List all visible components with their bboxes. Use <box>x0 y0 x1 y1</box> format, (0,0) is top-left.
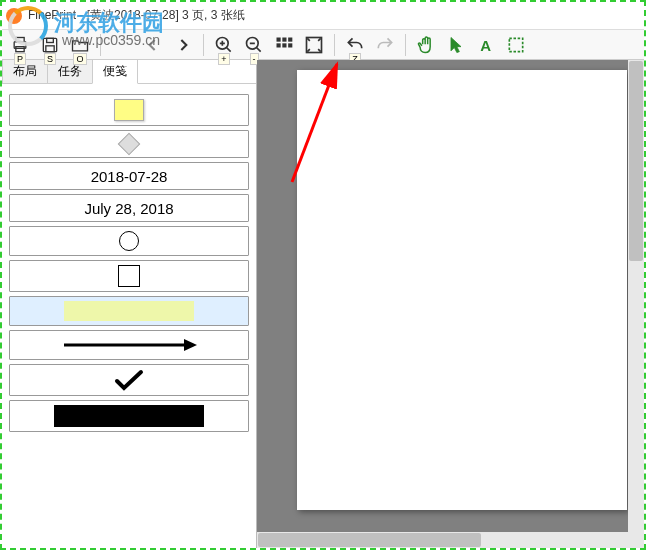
stamp-date-iso[interactable]: 2018-07-28 <box>9 162 249 190</box>
diamond-icon <box>118 133 141 156</box>
print-button[interactable]: P <box>6 32 34 58</box>
svg-marker-18 <box>184 339 197 351</box>
preview-area[interactable] <box>257 60 644 548</box>
svg-rect-4 <box>47 38 54 42</box>
tab-stamps[interactable]: 便笺 <box>92 59 138 84</box>
svg-rect-10 <box>288 37 292 41</box>
text-tool-button[interactable]: A <box>472 32 500 58</box>
stamp-date-long-text: July 28, 2018 <box>84 200 173 217</box>
sidebar-panel: 布局 任务 便笺 2018-07-28 July 28, 2018 <box>2 60 257 548</box>
undo-button[interactable]: Z <box>341 32 369 58</box>
stamp-square[interactable] <box>9 260 249 292</box>
hotkey-label: S <box>44 53 56 65</box>
square-icon <box>118 265 140 287</box>
sticky-note-icon <box>114 99 144 121</box>
svg-rect-5 <box>46 45 54 51</box>
hand-tool-button[interactable] <box>412 32 440 58</box>
toolbar-separator <box>334 34 335 56</box>
svg-rect-13 <box>288 43 292 47</box>
vertical-scrollbar[interactable] <box>628 60 644 548</box>
svg-rect-11 <box>277 43 281 47</box>
window-titlebar: FinePrint - [黄波2018-07-28] 3 页, 3 张纸 <box>2 2 644 30</box>
redo-button[interactable] <box>371 32 399 58</box>
toolbar-separator <box>405 34 406 56</box>
stamps-list: 2018-07-28 July 28, 2018 <box>2 84 256 548</box>
arrow-icon <box>59 335 199 355</box>
circle-icon <box>119 231 139 251</box>
checkmark-icon <box>114 369 144 391</box>
svg-rect-1 <box>16 37 24 41</box>
toolbar-separator <box>203 34 204 56</box>
toolbar-separator <box>100 34 101 56</box>
hotkey-label: O <box>73 53 86 65</box>
nav-back-button[interactable] <box>139 32 167 58</box>
svg-rect-12 <box>282 43 286 47</box>
hotkey-label: P <box>14 53 26 65</box>
zoom-out-button[interactable]: - <box>240 32 268 58</box>
main-toolbar: P S O + <box>2 30 644 60</box>
stamp-diamond[interactable] <box>9 130 249 158</box>
svg-rect-16 <box>509 38 522 51</box>
select-area-button[interactable] <box>502 32 530 58</box>
stamp-checkmark[interactable] <box>9 364 249 396</box>
stamp-arrow[interactable] <box>9 330 249 360</box>
fit-page-button[interactable] <box>300 32 328 58</box>
svg-rect-9 <box>282 37 286 41</box>
pointer-tool-button[interactable] <box>442 32 470 58</box>
hotkey-label: + <box>218 53 229 65</box>
horizontal-scrollbar[interactable] <box>257 532 628 548</box>
stamp-sticky-note[interactable] <box>9 94 249 126</box>
app-icon <box>6 8 22 24</box>
stamp-date-iso-text: 2018-07-28 <box>91 168 168 185</box>
stamp-date-long[interactable]: July 28, 2018 <box>9 194 249 222</box>
svg-rect-2 <box>16 46 24 51</box>
stamp-redaction-bar[interactable] <box>9 400 249 432</box>
save-button[interactable]: S <box>36 32 64 58</box>
nav-forward-button[interactable] <box>169 32 197 58</box>
svg-rect-8 <box>277 37 281 41</box>
stamp-highlighter[interactable] <box>9 296 249 326</box>
thumbnails-button[interactable] <box>270 32 298 58</box>
highlighter-icon <box>64 301 194 321</box>
zoom-in-button[interactable]: + <box>210 32 238 58</box>
redaction-bar-icon <box>54 405 204 427</box>
window-title: FinePrint - [黄波2018-07-28] 3 页, 3 张纸 <box>28 7 245 24</box>
preview-page[interactable] <box>297 70 627 510</box>
svg-text:A: A <box>480 36 491 53</box>
stamp-circle[interactable] <box>9 226 249 256</box>
open-button[interactable]: O <box>66 32 94 58</box>
